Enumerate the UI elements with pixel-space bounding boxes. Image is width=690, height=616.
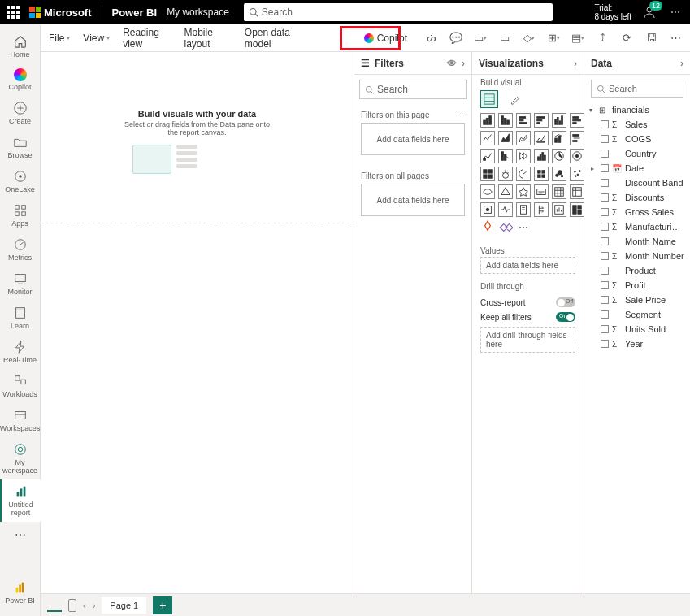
field-discounts[interactable]: ΣDiscounts xyxy=(589,190,685,205)
field-checkbox[interactable] xyxy=(601,310,609,319)
app-launcher-icon[interactable] xyxy=(7,6,20,19)
viz-type-27[interactable] xyxy=(534,184,549,199)
viz-type-18[interactable] xyxy=(480,167,495,181)
field-sales[interactable]: ΣSales xyxy=(589,117,685,132)
viz-type-8[interactable] xyxy=(516,131,531,145)
viz-type-23[interactable] xyxy=(570,167,584,181)
viz-type-15[interactable] xyxy=(534,149,549,163)
field-country[interactable]: Country xyxy=(589,146,685,161)
field-units-sold[interactable]: ΣUnits Sold xyxy=(589,322,685,336)
cross-report-toggle[interactable]: Off xyxy=(556,297,575,307)
table-financials[interactable]: ▾ ⊞ financials xyxy=(589,102,685,117)
keep-filters-toggle[interactable]: On xyxy=(556,312,575,322)
layout-icon[interactable]: ▤▾ xyxy=(571,32,584,45)
field-month-name[interactable]: Month Name xyxy=(589,234,685,249)
nav-realtime[interactable]: Real-Time xyxy=(0,335,41,369)
data-search[interactable]: Search xyxy=(591,80,683,98)
nav-powerbi-bottom[interactable]: Power BI xyxy=(0,575,41,609)
viz-type-32[interactable] xyxy=(516,202,531,217)
field-manufacturing-[interactable]: ΣManufacturing ... xyxy=(589,219,685,234)
shapes-icon[interactable]: ▭ xyxy=(498,32,511,45)
nav-workloads[interactable]: Workloads xyxy=(0,369,41,403)
nav-learn[interactable]: Learn xyxy=(0,301,41,335)
collapse-icon[interactable]: › xyxy=(574,58,577,69)
save-icon[interactable]: 🖫 xyxy=(644,32,657,45)
report-canvas[interactable]: Build visuals with your data Select or d… xyxy=(41,52,354,593)
field-cogs[interactable]: ΣCOGS xyxy=(589,132,685,146)
visual-icon[interactable]: ⊞▾ xyxy=(547,32,560,45)
copilot-button[interactable]: Copilot xyxy=(359,30,412,46)
field-checkbox[interactable] xyxy=(601,135,609,143)
viz-custom1[interactable] xyxy=(480,220,495,235)
field-checkbox[interactable] xyxy=(601,193,609,202)
filters-on-page-drop[interactable]: Add data fields here xyxy=(361,123,465,155)
menu-view[interactable]: View▾ xyxy=(83,33,110,44)
collapse-icon[interactable]: › xyxy=(680,58,683,69)
viz-type-10[interactable] xyxy=(552,131,566,145)
trial-status[interactable]: Trial: 8 days left xyxy=(594,3,631,21)
mobile-view-toggle[interactable] xyxy=(68,599,76,612)
field-month-number[interactable]: ΣMonth Number xyxy=(589,249,685,263)
add-page-button[interactable]: + xyxy=(153,596,172,614)
viz-type-14[interactable] xyxy=(516,149,531,163)
values-drop[interactable]: Add data fields here xyxy=(480,257,575,274)
build-visual-tab[interactable] xyxy=(480,90,498,108)
viz-type-34[interactable] xyxy=(552,202,566,217)
field-gross-sales[interactable]: ΣGross Sales xyxy=(589,205,685,219)
field-checkbox[interactable] xyxy=(601,164,609,172)
desktop-view-toggle[interactable] xyxy=(47,599,62,612)
viz-type-22[interactable] xyxy=(552,167,566,181)
menu-mobile-layout[interactable]: Mobile layout xyxy=(184,27,232,50)
viz-type-33[interactable] xyxy=(534,202,549,217)
viz-type-25[interactable] xyxy=(498,184,513,199)
viz-type-16[interactable] xyxy=(552,149,566,163)
nav-monitor[interactable]: Monitor xyxy=(0,267,41,301)
text-box-icon[interactable]: ▭▾ xyxy=(474,32,487,45)
field-checkbox[interactable] xyxy=(601,296,609,304)
nav-workspaces[interactable]: Workspaces xyxy=(0,403,41,437)
viz-type-29[interactable] xyxy=(570,184,584,199)
page-tab-1[interactable]: Page 1 xyxy=(102,597,146,614)
viz-type-28[interactable] xyxy=(552,184,566,199)
notifications-button[interactable]: 12 xyxy=(641,4,657,20)
field-checkbox[interactable] xyxy=(601,223,609,231)
more-button[interactable]: ⋯ xyxy=(667,4,683,20)
nav-metrics[interactable]: Metrics xyxy=(0,232,41,267)
field-year[interactable]: ΣYear xyxy=(589,336,685,351)
viz-type-6[interactable] xyxy=(480,131,495,145)
viz-type-35[interactable] xyxy=(570,202,584,217)
viz-type-24[interactable] xyxy=(480,184,495,199)
viz-type-20[interactable] xyxy=(516,167,531,181)
next-page[interactable]: › xyxy=(93,601,96,610)
field-product[interactable]: Product xyxy=(589,263,685,278)
viz-type-26[interactable] xyxy=(516,184,531,199)
nav-home[interactable]: Home xyxy=(0,29,41,63)
viz-type-11[interactable] xyxy=(570,131,584,145)
more-icon[interactable]: ⋯ xyxy=(457,111,465,119)
viz-type-19[interactable] xyxy=(498,167,513,181)
prev-page[interactable]: ‹ xyxy=(83,601,86,610)
field-checkbox[interactable] xyxy=(601,252,609,260)
viz-type-9[interactable] xyxy=(534,131,549,145)
viz-type-21[interactable] xyxy=(534,167,549,181)
field-date[interactable]: ▸📅Date xyxy=(589,161,685,176)
field-profit[interactable]: ΣProfit xyxy=(589,278,685,293)
field-checkbox[interactable] xyxy=(601,179,609,187)
menu-reading-view[interactable]: Reading view xyxy=(123,27,171,50)
viz-type-30[interactable] xyxy=(480,202,495,217)
field-checkbox[interactable] xyxy=(601,237,609,245)
filters-search[interactable]: Search xyxy=(359,80,467,99)
collapse-icon[interactable]: › xyxy=(462,58,465,69)
field-discount-band[interactable]: Discount Band xyxy=(589,176,685,190)
viz-type-4[interactable] xyxy=(552,113,566,128)
field-checkbox[interactable] xyxy=(601,150,609,158)
field-checkbox[interactable] xyxy=(601,340,609,348)
filters-on-all-drop[interactable]: Add data fields here xyxy=(361,184,465,216)
viz-custom2[interactable] xyxy=(498,220,513,235)
field-checkbox[interactable] xyxy=(601,267,609,275)
viz-more[interactable]: ⋯ xyxy=(516,220,531,235)
nav-my-workspace[interactable]: My workspace xyxy=(0,437,41,479)
field-checkbox[interactable] xyxy=(601,281,609,289)
nav-more[interactable]: ⋯ xyxy=(15,522,26,548)
viz-type-12[interactable] xyxy=(480,149,495,163)
